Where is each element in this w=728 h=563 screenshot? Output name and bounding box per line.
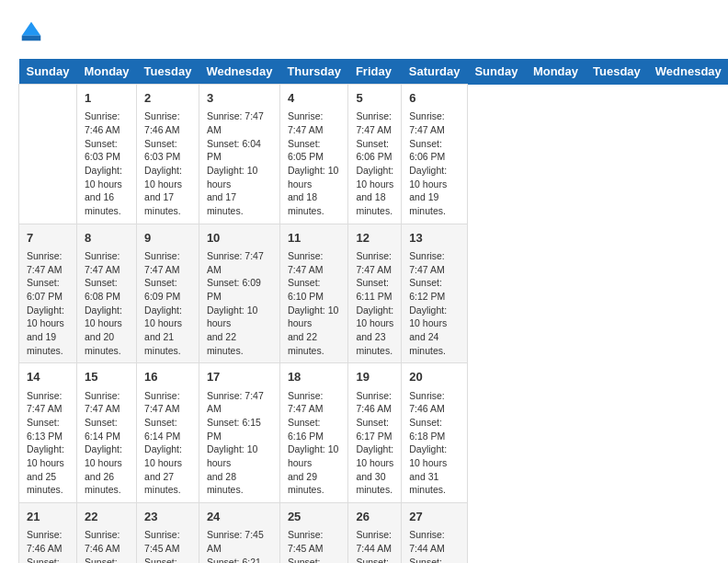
day-number: 7 [27,230,69,247]
svg-marker-0 [22,22,41,36]
calendar-cell: 7Sunrise: 7:47 AM Sunset: 6:07 PM Daylig… [19,224,77,363]
calendar-cell: 21Sunrise: 7:46 AM Sunset: 6:19 PM Dayli… [19,503,77,563]
day-number: 1 [85,90,129,107]
cell-content: Sunrise: 7:47 AM Sunset: 6:11 PM Dayligh… [356,249,393,358]
day-header-wednesday: Wednesday [199,59,279,85]
logo [18,18,48,44]
calendar-cell: 20Sunrise: 7:46 AM Sunset: 6:18 PM Dayli… [402,363,468,503]
day-number: 6 [409,90,460,107]
day-number: 27 [409,509,460,525]
calendar-cell: 3Sunrise: 7:47 AM Sunset: 6:04 PM Daylig… [199,85,279,224]
day-number: 20 [409,369,460,385]
cell-content: Sunrise: 7:47 AM Sunset: 6:15 PM Dayligh… [207,389,272,498]
cell-content: Sunrise: 7:45 AM Sunset: 6:20 PM Dayligh… [144,528,191,563]
day-number: 13 [409,230,460,247]
day-header-saturday: Saturday [402,59,468,85]
day-number: 9 [144,230,191,247]
day-header-wednesday: Wednesday [648,59,728,85]
calendar-table: SundayMondayTuesdayWednesdayThursdayFrid… [18,59,728,563]
calendar-week-row: 14Sunrise: 7:47 AM Sunset: 6:13 PM Dayli… [19,363,729,503]
page-header [18,18,710,44]
calendar-cell: 10Sunrise: 7:47 AM Sunset: 6:09 PM Dayli… [199,224,279,363]
calendar-cell: 12Sunrise: 7:47 AM Sunset: 6:11 PM Dayli… [348,224,402,363]
calendar-header-row: SundayMondayTuesdayWednesdayThursdayFrid… [19,59,729,85]
day-number: 22 [85,509,129,525]
calendar-cell: 14Sunrise: 7:47 AM Sunset: 6:13 PM Dayli… [19,363,77,503]
day-number: 3 [207,90,272,107]
calendar-cell: 26Sunrise: 7:44 AM Sunset: 6:23 PM Dayli… [348,503,402,563]
day-number: 8 [85,230,129,247]
day-header-monday: Monday [76,59,136,85]
cell-content: Sunrise: 7:46 AM Sunset: 6:03 PM Dayligh… [144,109,191,218]
cell-content: Sunrise: 7:47 AM Sunset: 6:16 PM Dayligh… [288,389,341,498]
calendar-cell: 9Sunrise: 7:47 AM Sunset: 6:09 PM Daylig… [137,224,199,363]
logo-icon [18,18,44,44]
cell-content: Sunrise: 7:47 AM Sunset: 6:09 PM Dayligh… [207,249,272,358]
calendar-cell: 22Sunrise: 7:46 AM Sunset: 6:20 PM Dayli… [76,503,136,563]
cell-content: Sunrise: 7:47 AM Sunset: 6:12 PM Dayligh… [409,249,460,358]
calendar-cell: 23Sunrise: 7:45 AM Sunset: 6:20 PM Dayli… [137,503,199,563]
day-number: 14 [27,369,69,385]
day-number: 12 [356,230,393,247]
day-number: 25 [288,509,341,525]
calendar-cell: 2Sunrise: 7:46 AM Sunset: 6:03 PM Daylig… [137,85,199,224]
cell-content: Sunrise: 7:46 AM Sunset: 6:20 PM Dayligh… [85,528,129,563]
day-number: 16 [144,369,191,385]
calendar-cell: 5Sunrise: 7:47 AM Sunset: 6:06 PM Daylig… [348,85,402,224]
calendar-cell: 4Sunrise: 7:47 AM Sunset: 6:05 PM Daylig… [279,85,348,224]
calendar-week-row: 21Sunrise: 7:46 AM Sunset: 6:19 PM Dayli… [19,503,729,563]
calendar-cell: 8Sunrise: 7:47 AM Sunset: 6:08 PM Daylig… [76,224,136,363]
day-number: 18 [288,369,341,385]
cell-content: Sunrise: 7:47 AM Sunset: 6:07 PM Dayligh… [27,249,69,358]
day-number: 15 [85,369,129,385]
calendar-cell: 17Sunrise: 7:47 AM Sunset: 6:15 PM Dayli… [199,363,279,503]
day-number: 24 [207,509,272,525]
cell-content: Sunrise: 7:45 AM Sunset: 6:21 PM Dayligh… [207,528,272,563]
day-number: 19 [356,369,393,385]
cell-content: Sunrise: 7:44 AM Sunset: 6:23 PM Dayligh… [356,528,393,563]
cell-content: Sunrise: 7:46 AM Sunset: 6:17 PM Dayligh… [356,389,393,498]
cell-content: Sunrise: 7:47 AM Sunset: 6:09 PM Dayligh… [144,249,191,358]
day-number: 21 [27,509,69,525]
cell-content: Sunrise: 7:47 AM Sunset: 6:10 PM Dayligh… [288,249,341,358]
day-number: 2 [144,90,191,107]
cell-content: Sunrise: 7:46 AM Sunset: 6:03 PM Dayligh… [85,109,129,218]
cell-content: Sunrise: 7:47 AM Sunset: 6:14 PM Dayligh… [144,389,191,498]
day-number: 23 [144,509,191,525]
day-header-thursday: Thursday [279,59,348,85]
day-number: 11 [288,230,341,247]
day-header-friday: Friday [348,59,402,85]
calendar-cell: 25Sunrise: 7:45 AM Sunset: 6:22 PM Dayli… [279,503,348,563]
cell-content: Sunrise: 7:47 AM Sunset: 6:14 PM Dayligh… [85,389,129,498]
calendar-week-row: 7Sunrise: 7:47 AM Sunset: 6:07 PM Daylig… [19,224,729,363]
calendar-cell: 1Sunrise: 7:46 AM Sunset: 6:03 PM Daylig… [76,85,136,224]
day-header-tuesday: Tuesday [137,59,199,85]
day-number: 26 [356,509,393,525]
day-header-monday: Monday [526,59,586,85]
cell-content: Sunrise: 7:47 AM Sunset: 6:06 PM Dayligh… [409,109,460,218]
day-header-sunday: Sunday [19,59,77,85]
calendar-cell: 27Sunrise: 7:44 AM Sunset: 6:24 PM Dayli… [402,503,468,563]
cell-content: Sunrise: 7:47 AM Sunset: 6:05 PM Dayligh… [288,109,341,218]
cell-content: Sunrise: 7:47 AM Sunset: 6:06 PM Dayligh… [356,109,393,218]
day-number: 4 [288,90,341,107]
calendar-week-row: 1Sunrise: 7:46 AM Sunset: 6:03 PM Daylig… [19,85,729,224]
cell-content: Sunrise: 7:46 AM Sunset: 6:18 PM Dayligh… [409,389,460,498]
calendar-cell: 13Sunrise: 7:47 AM Sunset: 6:12 PM Dayli… [402,224,468,363]
cell-content: Sunrise: 7:44 AM Sunset: 6:24 PM Dayligh… [409,528,460,563]
day-header-tuesday: Tuesday [586,59,648,85]
calendar-cell: 24Sunrise: 7:45 AM Sunset: 6:21 PM Dayli… [199,503,279,563]
cell-content: Sunrise: 7:47 AM Sunset: 6:13 PM Dayligh… [27,389,69,498]
svg-rect-1 [22,36,41,41]
calendar-cell: 6Sunrise: 7:47 AM Sunset: 6:06 PM Daylig… [402,85,468,224]
cell-content: Sunrise: 7:47 AM Sunset: 6:04 PM Dayligh… [207,109,272,218]
day-number: 5 [356,90,393,107]
calendar-cell: 15Sunrise: 7:47 AM Sunset: 6:14 PM Dayli… [76,363,136,503]
calendar-cell: 11Sunrise: 7:47 AM Sunset: 6:10 PM Dayli… [279,224,348,363]
calendar-cell: 16Sunrise: 7:47 AM Sunset: 6:14 PM Dayli… [137,363,199,503]
calendar-cell: 19Sunrise: 7:46 AM Sunset: 6:17 PM Dayli… [348,363,402,503]
cell-content: Sunrise: 7:46 AM Sunset: 6:19 PM Dayligh… [27,528,69,563]
cell-content: Sunrise: 7:47 AM Sunset: 6:08 PM Dayligh… [85,249,129,358]
calendar-cell: 18Sunrise: 7:47 AM Sunset: 6:16 PM Dayli… [279,363,348,503]
cell-content: Sunrise: 7:45 AM Sunset: 6:22 PM Dayligh… [288,528,341,563]
